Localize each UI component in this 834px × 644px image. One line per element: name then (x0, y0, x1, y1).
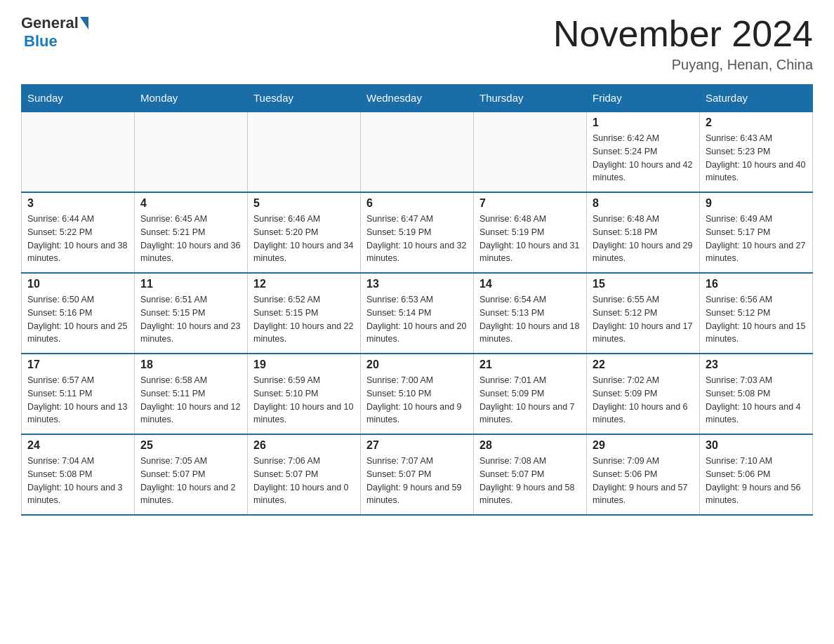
calendar-day-cell: 24Sunrise: 7:04 AM Sunset: 5:08 PM Dayli… (22, 434, 135, 515)
day-of-week-header: Saturday (700, 85, 813, 112)
day-info: Sunrise: 7:07 AM Sunset: 5:07 PM Dayligh… (366, 455, 468, 507)
day-info: Sunrise: 7:01 AM Sunset: 5:09 PM Dayligh… (479, 374, 581, 427)
day-info: Sunrise: 7:08 AM Sunset: 5:07 PM Dayligh… (479, 455, 581, 507)
calendar-day-cell: 16Sunrise: 6:56 AM Sunset: 5:12 PM Dayli… (700, 273, 813, 354)
day-number: 2 (706, 116, 807, 129)
day-info: Sunrise: 7:04 AM Sunset: 5:08 PM Dayligh… (27, 455, 128, 507)
page-header: General Blue November 2024 Puyang, Henan… (21, 14, 813, 73)
calendar-day-cell: 1Sunrise: 6:42 AM Sunset: 5:24 PM Daylig… (587, 112, 700, 192)
day-number: 27 (366, 439, 468, 452)
calendar-day-cell: 25Sunrise: 7:05 AM Sunset: 5:07 PM Dayli… (135, 434, 248, 515)
day-of-week-header: Sunday (22, 85, 135, 112)
calendar-day-cell: 26Sunrise: 7:06 AM Sunset: 5:07 PM Dayli… (248, 434, 361, 515)
logo-arrow-icon (80, 17, 88, 29)
calendar-day-cell: 27Sunrise: 7:07 AM Sunset: 5:07 PM Dayli… (361, 434, 474, 515)
day-number: 13 (366, 278, 468, 290)
calendar-day-cell: 5Sunrise: 6:46 AM Sunset: 5:20 PM Daylig… (248, 192, 361, 273)
calendar-day-cell (22, 112, 135, 192)
day-info: Sunrise: 6:48 AM Sunset: 5:19 PM Dayligh… (479, 213, 581, 265)
day-number: 3 (27, 197, 128, 210)
calendar-day-cell: 12Sunrise: 6:52 AM Sunset: 5:15 PM Dayli… (248, 273, 361, 354)
day-info: Sunrise: 6:56 AM Sunset: 5:12 PM Dayligh… (706, 293, 807, 346)
calendar-week-row: 3Sunrise: 6:44 AM Sunset: 5:22 PM Daylig… (22, 192, 813, 273)
calendar-day-cell: 2Sunrise: 6:43 AM Sunset: 5:23 PM Daylig… (700, 112, 813, 192)
calendar-week-row: 24Sunrise: 7:04 AM Sunset: 5:08 PM Dayli… (22, 434, 813, 515)
calendar-table: SundayMondayTuesdayWednesdayThursdayFrid… (21, 84, 813, 516)
calendar-week-row: 1Sunrise: 6:42 AM Sunset: 5:24 PM Daylig… (22, 112, 813, 192)
calendar-day-cell: 6Sunrise: 6:47 AM Sunset: 5:19 PM Daylig… (361, 192, 474, 273)
day-info: Sunrise: 6:58 AM Sunset: 5:11 PM Dayligh… (140, 374, 241, 427)
logo: General Blue (21, 14, 90, 51)
day-number: 12 (253, 278, 355, 290)
day-number: 24 (27, 439, 128, 452)
day-info: Sunrise: 7:03 AM Sunset: 5:08 PM Dayligh… (706, 374, 807, 427)
calendar-day-cell: 7Sunrise: 6:48 AM Sunset: 5:19 PM Daylig… (474, 192, 587, 273)
calendar-day-cell: 30Sunrise: 7:10 AM Sunset: 5:06 PM Dayli… (700, 434, 813, 515)
day-info: Sunrise: 6:51 AM Sunset: 5:15 PM Dayligh… (140, 293, 241, 346)
day-number: 18 (140, 358, 241, 371)
day-number: 26 (253, 439, 355, 452)
day-info: Sunrise: 6:47 AM Sunset: 5:19 PM Dayligh… (366, 213, 468, 265)
calendar-day-cell (248, 112, 361, 192)
calendar-day-cell: 28Sunrise: 7:08 AM Sunset: 5:07 PM Dayli… (474, 434, 587, 515)
day-info: Sunrise: 6:42 AM Sunset: 5:24 PM Dayligh… (593, 132, 694, 185)
day-number: 16 (706, 278, 807, 290)
calendar-header-row: SundayMondayTuesdayWednesdayThursdayFrid… (22, 85, 813, 112)
calendar-day-cell (361, 112, 474, 192)
calendar-day-cell: 13Sunrise: 6:53 AM Sunset: 5:14 PM Dayli… (361, 273, 474, 354)
calendar-day-cell: 21Sunrise: 7:01 AM Sunset: 5:09 PM Dayli… (474, 354, 587, 434)
calendar-day-cell: 11Sunrise: 6:51 AM Sunset: 5:15 PM Dayli… (135, 273, 248, 354)
day-number: 17 (27, 358, 128, 371)
day-info: Sunrise: 6:49 AM Sunset: 5:17 PM Dayligh… (706, 213, 807, 265)
day-info: Sunrise: 6:46 AM Sunset: 5:20 PM Dayligh… (253, 213, 355, 265)
day-number: 29 (593, 439, 694, 452)
calendar-day-cell (474, 112, 587, 192)
day-of-week-header: Friday (587, 85, 700, 112)
day-number: 28 (479, 439, 581, 452)
day-info: Sunrise: 6:50 AM Sunset: 5:16 PM Dayligh… (27, 293, 128, 346)
day-number: 21 (479, 358, 581, 371)
calendar-day-cell: 10Sunrise: 6:50 AM Sunset: 5:16 PM Dayli… (22, 273, 135, 354)
calendar-week-row: 17Sunrise: 6:57 AM Sunset: 5:11 PM Dayli… (22, 354, 813, 434)
day-number: 20 (366, 358, 468, 371)
day-number: 6 (366, 197, 468, 210)
day-info: Sunrise: 7:09 AM Sunset: 5:06 PM Dayligh… (593, 455, 694, 507)
day-number: 23 (706, 358, 807, 371)
calendar-day-cell: 8Sunrise: 6:48 AM Sunset: 5:18 PM Daylig… (587, 192, 700, 273)
logo-top: General (21, 14, 90, 32)
day-number: 1 (593, 116, 694, 129)
calendar-day-cell: 3Sunrise: 6:44 AM Sunset: 5:22 PM Daylig… (22, 192, 135, 273)
day-info: Sunrise: 6:54 AM Sunset: 5:13 PM Dayligh… (479, 293, 581, 346)
day-number: 15 (593, 278, 694, 290)
day-of-week-header: Tuesday (248, 85, 361, 112)
calendar-day-cell: 9Sunrise: 6:49 AM Sunset: 5:17 PM Daylig… (700, 192, 813, 273)
day-of-week-header: Monday (135, 85, 248, 112)
day-info: Sunrise: 6:44 AM Sunset: 5:22 PM Dayligh… (27, 213, 128, 265)
day-of-week-header: Wednesday (361, 85, 474, 112)
day-number: 7 (479, 197, 581, 210)
day-number: 5 (253, 197, 355, 210)
day-info: Sunrise: 6:48 AM Sunset: 5:18 PM Dayligh… (593, 213, 694, 265)
calendar-day-cell: 29Sunrise: 7:09 AM Sunset: 5:06 PM Dayli… (587, 434, 700, 515)
day-info: Sunrise: 7:00 AM Sunset: 5:10 PM Dayligh… (366, 374, 468, 427)
day-number: 14 (479, 278, 581, 290)
day-number: 25 (140, 439, 241, 452)
calendar-day-cell (135, 112, 248, 192)
calendar-day-cell: 14Sunrise: 6:54 AM Sunset: 5:13 PM Dayli… (474, 273, 587, 354)
day-number: 9 (706, 197, 807, 210)
day-info: Sunrise: 6:53 AM Sunset: 5:14 PM Dayligh… (366, 293, 468, 346)
calendar-day-cell: 19Sunrise: 6:59 AM Sunset: 5:10 PM Dayli… (248, 354, 361, 434)
day-info: Sunrise: 6:43 AM Sunset: 5:23 PM Dayligh… (706, 132, 807, 185)
day-number: 19 (253, 358, 355, 371)
day-info: Sunrise: 6:55 AM Sunset: 5:12 PM Dayligh… (593, 293, 694, 346)
day-info: Sunrise: 7:06 AM Sunset: 5:07 PM Dayligh… (253, 455, 355, 507)
day-info: Sunrise: 7:10 AM Sunset: 5:06 PM Dayligh… (706, 455, 807, 507)
logo-general-text: General (21, 14, 79, 32)
calendar-day-cell: 23Sunrise: 7:03 AM Sunset: 5:08 PM Dayli… (700, 354, 813, 434)
day-info: Sunrise: 6:45 AM Sunset: 5:21 PM Dayligh… (140, 213, 241, 265)
calendar-day-cell: 4Sunrise: 6:45 AM Sunset: 5:21 PM Daylig… (135, 192, 248, 273)
calendar-day-cell: 22Sunrise: 7:02 AM Sunset: 5:09 PM Dayli… (587, 354, 700, 434)
calendar-day-cell: 18Sunrise: 6:58 AM Sunset: 5:11 PM Dayli… (135, 354, 248, 434)
month-title: November 2024 (553, 14, 813, 54)
day-number: 4 (140, 197, 241, 210)
